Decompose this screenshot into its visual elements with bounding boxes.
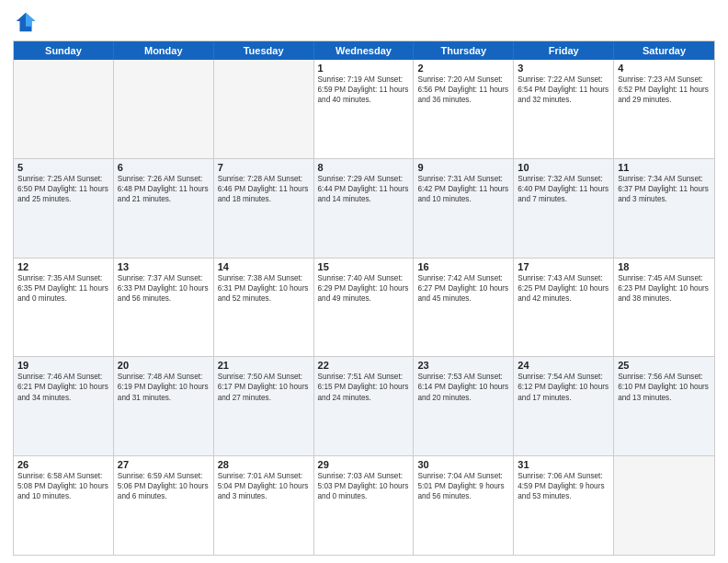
calendar-cell: 10Sunrise: 7:32 AM Sunset: 6:40 PM Dayli… [514, 159, 614, 258]
day-info: Sunrise: 7:48 AM Sunset: 6:19 PM Dayligh… [118, 372, 210, 402]
calendar-cell: 14Sunrise: 7:38 AM Sunset: 6:31 PM Dayli… [214, 259, 314, 357]
calendar-cell: 5Sunrise: 7:25 AM Sunset: 6:50 PM Daylig… [14, 159, 114, 258]
day-info: Sunrise: 7:03 AM Sunset: 5:03 PM Dayligh… [318, 471, 410, 501]
calendar-cell: 1Sunrise: 7:19 AM Sunset: 6:59 PM Daylig… [314, 60, 415, 158]
day-info: Sunrise: 7:04 AM Sunset: 5:01 PM Dayligh… [417, 471, 509, 501]
header-cell-monday: Monday [114, 41, 214, 60]
calendar: SundayMondayTuesdayWednesdayThursdayFrid… [13, 40, 715, 556]
day-number: 13 [118, 261, 210, 272]
logo [13, 9, 42, 35]
calendar-cell: 29Sunrise: 7:03 AM Sunset: 5:03 PM Dayli… [314, 456, 415, 555]
day-info: Sunrise: 7:29 AM Sunset: 6:44 PM Dayligh… [318, 174, 410, 204]
calendar-cell: 2Sunrise: 7:20 AM Sunset: 6:56 PM Daylig… [414, 60, 514, 158]
day-number: 3 [518, 63, 609, 74]
day-number: 22 [318, 360, 410, 371]
day-number: 16 [417, 261, 509, 272]
day-info: Sunrise: 7:31 AM Sunset: 6:42 PM Dayligh… [417, 174, 509, 204]
calendar-cell [114, 60, 214, 158]
calendar-cell: 19Sunrise: 7:46 AM Sunset: 6:21 PM Dayli… [14, 357, 114, 455]
calendar-cell: 16Sunrise: 7:42 AM Sunset: 6:27 PM Dayli… [414, 259, 514, 357]
day-number: 21 [218, 360, 310, 371]
calendar-cell: 23Sunrise: 7:53 AM Sunset: 6:14 PM Dayli… [414, 357, 514, 455]
day-info: Sunrise: 7:37 AM Sunset: 6:33 PM Dayligh… [118, 273, 210, 304]
day-info: Sunrise: 7:35 AM Sunset: 6:35 PM Dayligh… [17, 273, 109, 304]
calendar-row-2: 12Sunrise: 7:35 AM Sunset: 6:35 PM Dayli… [14, 259, 714, 358]
day-info: Sunrise: 7:45 AM Sunset: 6:23 PM Dayligh… [618, 273, 711, 304]
day-number: 1 [318, 63, 410, 74]
day-info: Sunrise: 7:28 AM Sunset: 6:46 PM Dayligh… [218, 174, 310, 204]
calendar-body: 1Sunrise: 7:19 AM Sunset: 6:59 PM Daylig… [14, 60, 714, 555]
calendar-cell: 31Sunrise: 7:06 AM Sunset: 4:59 PM Dayli… [514, 456, 614, 555]
calendar-cell: 13Sunrise: 7:37 AM Sunset: 6:33 PM Dayli… [114, 259, 214, 357]
calendar-cell: 4Sunrise: 7:23 AM Sunset: 6:52 PM Daylig… [614, 60, 714, 158]
day-info: Sunrise: 7:25 AM Sunset: 6:50 PM Dayligh… [17, 174, 109, 204]
day-info: Sunrise: 7:40 AM Sunset: 6:29 PM Dayligh… [318, 273, 410, 304]
calendar-cell [14, 60, 114, 158]
calendar-cell: 28Sunrise: 7:01 AM Sunset: 5:04 PM Dayli… [214, 456, 314, 555]
calendar-cell: 21Sunrise: 7:50 AM Sunset: 6:17 PM Dayli… [214, 357, 314, 455]
calendar-cell: 18Sunrise: 7:45 AM Sunset: 6:23 PM Dayli… [614, 259, 714, 357]
calendar-cell: 26Sunrise: 6:58 AM Sunset: 5:08 PM Dayli… [14, 456, 114, 555]
day-number: 28 [218, 459, 310, 470]
calendar-cell: 6Sunrise: 7:26 AM Sunset: 6:48 PM Daylig… [114, 159, 214, 258]
calendar-cell: 9Sunrise: 7:31 AM Sunset: 6:42 PM Daylig… [414, 159, 514, 258]
day-info: Sunrise: 7:42 AM Sunset: 6:27 PM Dayligh… [417, 273, 509, 304]
day-info: Sunrise: 6:59 AM Sunset: 5:06 PM Dayligh… [118, 471, 210, 501]
calendar-cell: 15Sunrise: 7:40 AM Sunset: 6:29 PM Dayli… [314, 259, 415, 357]
header-cell-friday: Friday [514, 41, 614, 60]
day-info: Sunrise: 7:20 AM Sunset: 6:56 PM Dayligh… [417, 75, 509, 105]
calendar-row-1: 5Sunrise: 7:25 AM Sunset: 6:50 PM Daylig… [14, 159, 714, 259]
day-number: 23 [417, 360, 509, 371]
page-header [13, 9, 715, 35]
day-info: Sunrise: 6:58 AM Sunset: 5:08 PM Dayligh… [17, 471, 109, 501]
calendar-row-0: 1Sunrise: 7:19 AM Sunset: 6:59 PM Daylig… [14, 60, 714, 159]
day-number: 6 [118, 162, 210, 173]
day-info: Sunrise: 7:06 AM Sunset: 4:59 PM Dayligh… [518, 471, 609, 501]
day-info: Sunrise: 7:19 AM Sunset: 6:59 PM Dayligh… [318, 75, 410, 105]
day-info: Sunrise: 7:43 AM Sunset: 6:25 PM Dayligh… [518, 273, 609, 304]
day-number: 10 [518, 162, 609, 173]
day-number: 15 [318, 261, 410, 272]
day-number: 14 [218, 261, 310, 272]
header-cell-tuesday: Tuesday [214, 41, 314, 60]
calendar-cell: 22Sunrise: 7:51 AM Sunset: 6:15 PM Dayli… [314, 357, 415, 455]
day-info: Sunrise: 7:53 AM Sunset: 6:14 PM Dayligh… [417, 372, 509, 402]
calendar-row-4: 26Sunrise: 6:58 AM Sunset: 5:08 PM Dayli… [14, 456, 714, 555]
day-info: Sunrise: 7:22 AM Sunset: 6:54 PM Dayligh… [518, 75, 609, 105]
calendar-cell: 8Sunrise: 7:29 AM Sunset: 6:44 PM Daylig… [314, 159, 415, 258]
header-cell-thursday: Thursday [414, 41, 514, 60]
calendar-cell: 17Sunrise: 7:43 AM Sunset: 6:25 PM Dayli… [514, 259, 614, 357]
day-number: 17 [518, 261, 609, 272]
day-number: 30 [417, 459, 509, 470]
day-number: 8 [318, 162, 410, 173]
day-number: 4 [618, 63, 711, 74]
day-info: Sunrise: 7:23 AM Sunset: 6:52 PM Dayligh… [618, 75, 711, 105]
day-number: 18 [618, 261, 711, 272]
day-info: Sunrise: 7:01 AM Sunset: 5:04 PM Dayligh… [218, 471, 310, 501]
logo-icon [13, 9, 39, 35]
day-number: 12 [17, 261, 109, 272]
calendar-cell: 20Sunrise: 7:48 AM Sunset: 6:19 PM Dayli… [114, 357, 214, 455]
day-info: Sunrise: 7:51 AM Sunset: 6:15 PM Dayligh… [318, 372, 410, 402]
calendar-cell: 12Sunrise: 7:35 AM Sunset: 6:35 PM Dayli… [14, 259, 114, 357]
day-number: 20 [118, 360, 210, 371]
header-cell-sunday: Sunday [14, 41, 114, 60]
day-number: 29 [318, 459, 410, 470]
day-number: 5 [17, 162, 109, 173]
calendar-cell: 11Sunrise: 7:34 AM Sunset: 6:37 PM Dayli… [614, 159, 714, 258]
day-number: 24 [518, 360, 609, 371]
day-number: 31 [518, 459, 609, 470]
svg-marker-1 [26, 13, 35, 27]
calendar-cell [214, 60, 314, 158]
calendar-cell: 24Sunrise: 7:54 AM Sunset: 6:12 PM Dayli… [514, 357, 614, 455]
day-number: 19 [17, 360, 109, 371]
calendar-cell: 7Sunrise: 7:28 AM Sunset: 6:46 PM Daylig… [214, 159, 314, 258]
calendar-cell: 3Sunrise: 7:22 AM Sunset: 6:54 PM Daylig… [514, 60, 614, 158]
day-info: Sunrise: 7:54 AM Sunset: 6:12 PM Dayligh… [518, 372, 609, 402]
header-cell-wednesday: Wednesday [314, 41, 415, 60]
day-info: Sunrise: 7:34 AM Sunset: 6:37 PM Dayligh… [618, 174, 711, 204]
calendar-cell [614, 456, 714, 555]
day-info: Sunrise: 7:46 AM Sunset: 6:21 PM Dayligh… [17, 372, 109, 402]
day-info: Sunrise: 7:26 AM Sunset: 6:48 PM Dayligh… [118, 174, 210, 204]
day-number: 26 [17, 459, 109, 470]
